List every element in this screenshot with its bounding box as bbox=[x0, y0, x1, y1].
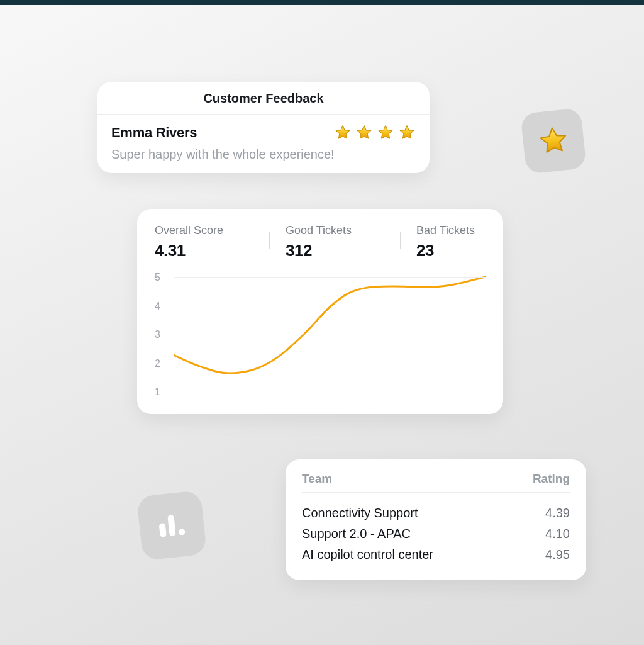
feedback-customer-name: Emma Rivers bbox=[111, 125, 197, 141]
bar-chart-badge bbox=[136, 490, 207, 561]
metric-value: 4.31 bbox=[155, 241, 224, 261]
team-rating: 4.95 bbox=[545, 547, 570, 562]
metric-good-tickets: Good Tickets 312 bbox=[286, 224, 369, 261]
feedback-star-rating bbox=[334, 124, 416, 142]
metric-label: Good Tickets bbox=[286, 224, 355, 237]
gridline bbox=[174, 393, 486, 393]
score-metrics-card: Overall Score 4.31 Good Tickets 312 Bad … bbox=[137, 209, 503, 414]
y-tick-label: 2 bbox=[155, 358, 170, 369]
team-name: AI copilot control center bbox=[302, 547, 433, 562]
metric-overall-score: Overall Score 4.31 bbox=[155, 224, 238, 261]
team-rating: 4.39 bbox=[545, 506, 570, 520]
metric-bad-tickets: Bad Tickets 23 bbox=[416, 224, 486, 261]
teams-header-rating: Rating bbox=[533, 472, 570, 486]
bar-chart-icon bbox=[158, 513, 185, 537]
feedback-card-title: Customer Feedback bbox=[97, 82, 430, 115]
window-topbar bbox=[0, 0, 644, 5]
divider bbox=[269, 232, 270, 249]
team-name: Connectivity Support bbox=[302, 506, 418, 520]
team-rating: 4.10 bbox=[545, 527, 570, 541]
star-icon bbox=[398, 124, 416, 142]
metric-label: Bad Tickets bbox=[416, 224, 486, 237]
gridline bbox=[174, 364, 486, 364]
metric-label: Overall Score bbox=[155, 224, 224, 237]
team-row: AI copilot control center4.95 bbox=[302, 544, 570, 565]
gridline bbox=[174, 335, 486, 335]
y-tick-label: 3 bbox=[155, 329, 170, 340]
team-row: Connectivity Support4.39 bbox=[302, 503, 570, 524]
metric-value: 23 bbox=[416, 241, 486, 261]
divider bbox=[400, 232, 401, 249]
team-row: Support 2.0 - APAC4.10 bbox=[302, 524, 570, 544]
gridline bbox=[174, 306, 486, 306]
y-tick-label: 5 bbox=[155, 272, 170, 283]
star-icon bbox=[535, 123, 571, 159]
star-badge bbox=[520, 108, 587, 174]
score-trend-chart: 54321 bbox=[155, 272, 486, 398]
star-icon bbox=[355, 124, 373, 142]
gridline bbox=[174, 277, 486, 278]
metric-value: 312 bbox=[286, 241, 355, 261]
feedback-comment: Super happy with the whole experience! bbox=[111, 147, 416, 162]
star-icon bbox=[377, 124, 394, 142]
teams-header-team: Team bbox=[302, 472, 332, 486]
y-tick-label: 4 bbox=[155, 301, 170, 312]
team-ratings-card: Team Rating Connectivity Support4.39Supp… bbox=[286, 459, 586, 580]
customer-feedback-card: Customer Feedback Emma Rivers bbox=[97, 82, 430, 173]
team-name: Support 2.0 - APAC bbox=[302, 527, 411, 541]
star-icon bbox=[334, 124, 352, 142]
y-tick-label: 1 bbox=[155, 386, 170, 398]
